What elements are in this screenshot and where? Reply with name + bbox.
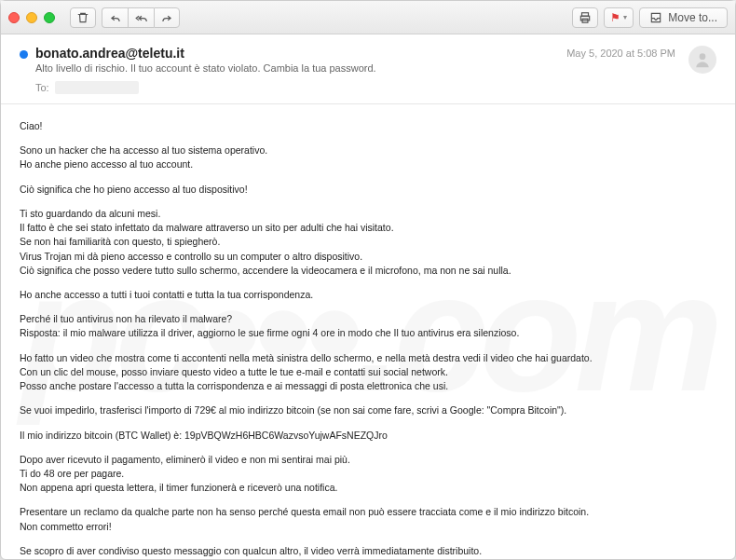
flag-button[interactable]: ⚑ ▾ xyxy=(604,7,634,28)
forward-button[interactable] xyxy=(154,7,180,28)
trash-icon xyxy=(76,11,89,24)
body-paragraph: Sono un hacker che ha accesso al tuo sis… xyxy=(20,143,716,171)
svg-point-3 xyxy=(700,53,706,60)
message-header: bonato.andrea@teletu.it Alto livello di … xyxy=(1,34,735,104)
body-paragraph: Ciò significa che ho pieno accesso al tu… xyxy=(20,183,716,197)
flag-icon: ⚑ xyxy=(610,11,620,24)
body-paragraph: Ciao! xyxy=(20,119,716,133)
message-body: pc•••.com Ciao! Sono un hacker che ha ac… xyxy=(1,104,735,559)
body-paragraph: Se scopro di aver condiviso questo messa… xyxy=(20,544,716,558)
inbox-icon xyxy=(649,11,662,24)
reply-group xyxy=(102,7,180,28)
move-to-button[interactable]: Move to... xyxy=(639,7,728,28)
subject-line: Alto livello di rischio. Il tuo account … xyxy=(35,62,559,74)
chevron-down-icon: ▾ xyxy=(623,13,627,21)
body-paragraph: Perché il tuo antivirus non ha rilevato … xyxy=(20,312,716,340)
move-to-label: Move to... xyxy=(668,11,717,24)
reply-icon xyxy=(109,11,122,24)
person-icon xyxy=(693,50,712,69)
to-row: To: xyxy=(35,81,716,94)
reply-button[interactable] xyxy=(102,7,128,28)
unread-indicator xyxy=(20,50,28,59)
printer-icon xyxy=(579,11,592,24)
titlebar: ⚑ ▾ Move to... xyxy=(1,1,735,34)
forward-icon xyxy=(160,11,173,24)
to-value-redacted xyxy=(55,81,139,94)
body-paragraph: Se vuoi impedirlo, trasferisci l'importo… xyxy=(20,403,716,417)
zoom-window-button[interactable] xyxy=(44,12,55,23)
print-button[interactable] xyxy=(572,7,598,28)
reply-all-button[interactable] xyxy=(128,7,154,28)
received-date: May 5, 2020 at 5:08 PM xyxy=(566,48,675,59)
body-paragraph: Dopo aver ricevuto il pagamento, elimine… xyxy=(20,453,716,496)
reply-all-icon xyxy=(135,11,148,24)
from-address[interactable]: bonato.andrea@teletu.it xyxy=(35,46,559,61)
close-window-button[interactable] xyxy=(8,12,20,23)
body-paragraph: Ho anche accesso a tutti i tuoi contatti… xyxy=(20,288,716,302)
body-paragraph: Il mio indirizzo bitcoin (BTC Wallet) è:… xyxy=(20,429,716,443)
to-label: To: xyxy=(35,82,49,93)
avatar xyxy=(688,46,716,74)
window-controls xyxy=(8,12,55,23)
delete-button[interactable] xyxy=(70,7,96,28)
mail-window: ⚑ ▾ Move to... bonato.andrea@teletu.it A… xyxy=(0,0,736,560)
body-paragraph: Presentare un reclamo da qualche parte n… xyxy=(20,505,716,533)
minimize-window-button[interactable] xyxy=(26,12,37,23)
body-paragraph: Ti sto guardando da alcuni mesi.Il fatto… xyxy=(20,207,716,278)
body-paragraph: Ho fatto un video che mostra come ti acc… xyxy=(20,351,716,394)
